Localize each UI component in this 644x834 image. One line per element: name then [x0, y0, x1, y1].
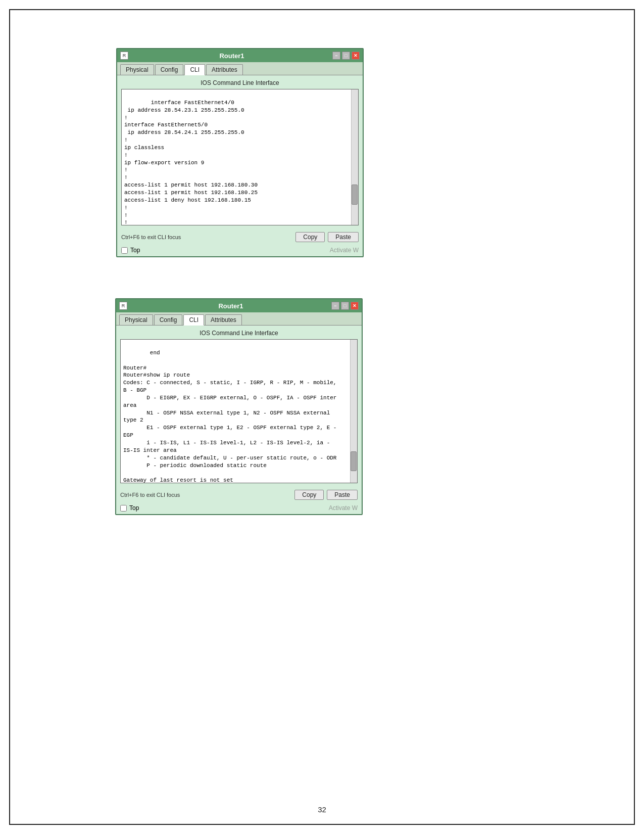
bottom-bar-bottom: Top Activate W [116, 502, 362, 514]
tabs-bottom: Physical Config CLI Attributes [116, 312, 362, 326]
tab-physical-bottom[interactable]: Physical [119, 314, 153, 325]
window-body-top: IOS Command Line Interface interface Fas… [117, 75, 363, 229]
activate-text-top: Activate W [330, 247, 359, 254]
footer-hint-bottom: Ctrl+F6 to exit CLI focus [120, 492, 180, 498]
tab-attributes-top[interactable]: Attributes [206, 64, 243, 75]
tab-cli-bottom[interactable]: CLI [183, 314, 204, 326]
top-label-top: Top [130, 247, 140, 254]
tab-config-bottom[interactable]: Config [154, 314, 183, 325]
title-icon-bottom: R [119, 302, 127, 310]
top-checkbox-top[interactable] [121, 247, 128, 254]
cli-header-bottom: IOS Command Line Interface [120, 330, 358, 337]
terminal-container-bottom[interactable]: end Router# Router#show ip route Codes: … [120, 339, 358, 483]
window-footer-top: Ctrl+F6 to exit CLI focus Copy Paste [117, 229, 363, 245]
copy-button-top[interactable]: Copy [295, 232, 325, 242]
terminal-bottom[interactable]: end Router# Router#show ip route Codes: … [120, 339, 358, 483]
footer-buttons-bottom: Copy Paste [294, 490, 358, 500]
terminal-top[interactable]: interface FastEthernet4/0 ip address 28.… [121, 89, 359, 225]
window-body-bottom: IOS Command Line Interface end Router# R… [116, 326, 362, 487]
paste-button-top[interactable]: Paste [328, 232, 359, 242]
top-label-bottom: Top [129, 504, 139, 512]
activate-text-bottom: Activate W [329, 504, 358, 512]
scrollbar-thumb-top[interactable] [352, 184, 358, 205]
tab-physical-top[interactable]: Physical [120, 64, 154, 75]
router-window-bottom: R Router1 − □ ✕ Physical Config CLI Attr… [115, 298, 363, 515]
scrollbar-bottom[interactable] [350, 340, 357, 483]
minimize-button-top[interactable]: − [332, 52, 340, 60]
top-checkbox-area-bottom: Top [120, 504, 139, 512]
top-checkbox-area-top: Top [121, 247, 140, 254]
titlebar-bottom: R Router1 − □ ✕ [116, 299, 362, 312]
tab-config-top[interactable]: Config [155, 64, 184, 75]
page-number: 32 [318, 805, 326, 814]
footer-hint-top: Ctrl+F6 to exit CLI focus [121, 234, 181, 240]
window-title-bottom: Router1 [130, 302, 331, 310]
minimize-button-bottom[interactable]: − [331, 302, 339, 310]
tabs-top: Physical Config CLI Attributes [117, 62, 363, 75]
copy-button-bottom[interactable]: Copy [294, 490, 324, 500]
bottom-bar-top: Top Activate W [117, 245, 363, 256]
tab-cli-top[interactable]: CLI [184, 64, 205, 75]
window-controls-bottom: − □ ✕ [331, 302, 359, 310]
close-button-top[interactable]: ✕ [352, 52, 360, 60]
router-window-top: R Router1 − □ ✕ Physical Config CLI Attr… [116, 48, 364, 257]
cli-header-top: IOS Command Line Interface [121, 79, 359, 86]
titlebar-top: R Router1 − □ ✕ [117, 49, 363, 62]
terminal-container-top[interactable]: interface FastEthernet4/0 ip address 28.… [121, 89, 359, 225]
paste-button-bottom[interactable]: Paste [327, 490, 358, 500]
window-title-top: Router1 [131, 52, 332, 60]
window-footer-bottom: Ctrl+F6 to exit CLI focus Copy Paste [116, 487, 362, 502]
top-checkbox-bottom[interactable] [120, 505, 127, 512]
scrollbar-top[interactable] [351, 89, 358, 225]
window-controls-top: − □ ✕ [332, 52, 360, 60]
tab-attributes-bottom[interactable]: Attributes [205, 314, 242, 325]
scrollbar-thumb-bottom[interactable] [351, 451, 357, 472]
maximize-button-top[interactable]: □ [342, 52, 350, 60]
maximize-button-bottom[interactable]: □ [341, 302, 349, 310]
title-icon-top: R [120, 52, 128, 60]
footer-buttons-top: Copy Paste [295, 232, 359, 242]
close-button-bottom[interactable]: ✕ [351, 302, 359, 310]
